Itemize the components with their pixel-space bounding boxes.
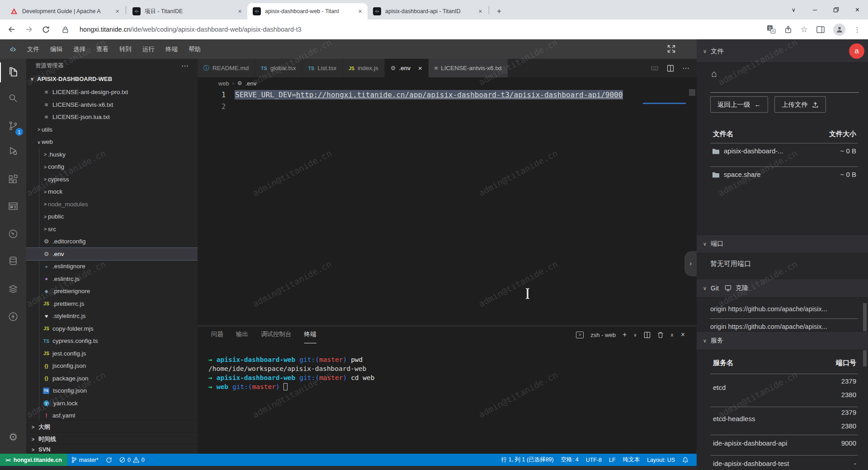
encoding[interactable]: UTF-8 xyxy=(582,454,605,466)
bookmark-star-icon[interactable]: ☆ xyxy=(801,24,808,34)
sync-button[interactable] xyxy=(102,454,116,466)
browser-tab-titanide-project[interactable]: ‹t› 项目 - TitanIDE × xyxy=(127,3,247,19)
menu-goto[interactable]: 转到 xyxy=(114,43,137,56)
tab-debug-console[interactable]: 调试控制台 xyxy=(261,326,292,343)
tree-folder[interactable]: >utils xyxy=(26,123,198,136)
tree-folder[interactable]: >node_modules xyxy=(26,198,198,211)
close-icon[interactable]: × xyxy=(476,8,484,15)
tree-item[interactable]: ◆.prettierignore xyxy=(26,285,198,298)
back-icon[interactable] xyxy=(7,25,16,34)
resource-monitor-icon[interactable] xyxy=(0,224,26,244)
ports-section-header[interactable]: ∨ 端口 xyxy=(697,234,868,253)
tab-problems[interactable]: 问题 xyxy=(211,326,223,343)
settings-gear-icon[interactable]: ⚙ xyxy=(0,427,26,447)
tree-folder[interactable]: >mock xyxy=(26,185,198,198)
explorer-more-icon[interactable]: ⋯ xyxy=(181,62,189,70)
new-terminal-icon[interactable]: + xyxy=(623,331,627,339)
reload-icon[interactable] xyxy=(42,25,50,34)
window-menu-chevron-icon[interactable]: ∨ xyxy=(783,0,804,19)
timeline-section[interactable]: >时间线 xyxy=(26,433,198,445)
branch-indicator[interactable]: master* xyxy=(67,454,102,466)
tree-item[interactable]: ♥.stylelintrc.js xyxy=(26,310,198,323)
maximize-panel-icon[interactable]: ∧ xyxy=(670,332,674,338)
close-panel-icon[interactable]: × xyxy=(681,331,685,339)
keyboard-icon[interactable] xyxy=(651,65,659,72)
tree-item[interactable]: {}package.json xyxy=(26,372,198,385)
browser-tab-dashboard-api[interactable]: ‹t› apisix-dashboard-api - TitanID × xyxy=(368,3,488,19)
tree-item[interactable]: TStsconfig.json xyxy=(26,385,198,397)
database-icon[interactable] xyxy=(0,251,26,271)
translate-icon[interactable]: 文A xyxy=(767,25,776,34)
terminal-dropdown-icon[interactable]: ∨ xyxy=(633,332,637,337)
notifications-bell-icon[interactable] xyxy=(679,454,692,466)
menu-help[interactable]: 帮助 xyxy=(183,43,206,56)
eol[interactable]: LF xyxy=(605,454,619,466)
scrollbar-block[interactable] xyxy=(689,89,695,96)
upload-file-button[interactable]: 上传文件 xyxy=(774,96,826,113)
tree-item[interactable]: JScopy-folder.mjs xyxy=(26,323,198,335)
language-mode[interactable]: 纯文本 xyxy=(619,454,644,466)
problems-indicator[interactable]: 0 0 xyxy=(116,454,148,466)
tree-folder[interactable]: >src xyxy=(26,223,198,236)
code-line-1[interactable]: SERVE_URL_DEV=http://hongxi.titanide.cn/… xyxy=(235,89,623,101)
profile-avatar[interactable] xyxy=(833,24,845,36)
tree-item[interactable]: ≡LICENSE-ant-design-pro.txt xyxy=(26,86,198,99)
new-tab-button[interactable]: + xyxy=(493,5,505,18)
tree-folder[interactable]: >cypress xyxy=(26,173,198,186)
tree-item[interactable]: ⚙.editorconfig xyxy=(26,235,198,248)
browser-tab-dashboard-web[interactable]: ‹t› apisix-dashboard-web - TitanI × xyxy=(247,3,368,19)
side-panel-icon[interactable] xyxy=(816,25,825,34)
tree-item[interactable]: TScypress.config.ts xyxy=(26,335,198,347)
git-section-header[interactable]: ∨ Git 克隆 xyxy=(697,279,868,298)
menu-edit[interactable]: 编辑 xyxy=(45,43,68,56)
indentation[interactable]: 空格: 4 xyxy=(557,454,582,466)
user-avatar-badge[interactable]: a xyxy=(849,43,864,59)
close-icon[interactable]: × xyxy=(418,64,422,72)
lightning-icon[interactable] xyxy=(0,307,26,327)
tree-item[interactable]: JSjest.config.js xyxy=(26,347,198,360)
window-close-icon[interactable]: × xyxy=(847,0,868,19)
services-section-header[interactable]: ∨ 服务 xyxy=(697,331,868,350)
menu-view[interactable]: 查看 xyxy=(91,43,114,56)
browser-tab-apisix-docs[interactable]: Development Guide | Apache A × xyxy=(5,3,125,19)
source-control-icon[interactable]: 1 xyxy=(0,116,26,136)
more-actions-icon[interactable]: ⋯ xyxy=(682,64,689,72)
app-preview-icon[interactable] xyxy=(0,196,26,216)
tree-item-selected[interactable]: ⚙.env xyxy=(26,248,198,261)
close-icon[interactable]: × xyxy=(236,8,244,15)
breadcrumb[interactable]: web › ⚙ .env xyxy=(198,77,697,89)
tab-terminal[interactable]: 终端 xyxy=(304,326,316,343)
split-editor-icon[interactable] xyxy=(667,65,674,72)
extensions-icon[interactable] xyxy=(0,170,26,190)
tree-item[interactable]: JS.prettierrc.js xyxy=(26,298,198,310)
explorer-icon[interactable] xyxy=(0,62,26,82)
menu-file[interactable]: 文件 xyxy=(22,43,45,56)
share-icon[interactable] xyxy=(784,25,793,34)
tree-folder-expanded[interactable]: ∨web xyxy=(26,136,198,148)
panel-expand-handle[interactable]: › xyxy=(684,251,697,276)
split-terminal-icon[interactable] xyxy=(644,332,651,338)
terminal-output[interactable]: →apisix-dashboard-webgit:(master)pwd /ho… xyxy=(198,343,697,391)
outline-section[interactable]: >大纲 xyxy=(26,421,198,433)
tab-env-active[interactable]: ⚙.env× xyxy=(385,59,429,77)
tab-license[interactable]: ≡LICENSE-antvis-x6.txt xyxy=(429,59,508,77)
tab-readme[interactable]: ⓘREADME.md xyxy=(198,59,255,77)
tree-item[interactable]: !asf.yaml xyxy=(26,409,198,422)
redis-stack-icon[interactable] xyxy=(0,280,26,299)
window-minimize-icon[interactable]: ─ xyxy=(804,0,826,19)
code-editor[interactable]: 1 2 SERVE_URL_DEV=http://hongxi.titanide… xyxy=(198,89,697,326)
tab-list-tsx[interactable]: TSList.tsx xyxy=(302,59,343,77)
tree-item[interactable]: {}jsconfig.json xyxy=(26,360,198,372)
fullscreen-icon[interactable] xyxy=(666,44,677,55)
breadcrumb-file[interactable]: .env xyxy=(245,80,257,87)
address-bar[interactable]: hongxi.titanide.cn/ide/web/coding/apisix… xyxy=(80,26,302,33)
project-root-row[interactable]: ∨ APISIX-DASHBOARD-WEB xyxy=(26,72,198,85)
browser-menu-icon[interactable]: ⋮ xyxy=(854,25,861,34)
close-icon[interactable]: × xyxy=(356,8,364,15)
tree-item[interactable]: ●.eslintignore xyxy=(26,260,198,273)
tab-output[interactable]: 输出 xyxy=(236,326,248,343)
window-restore-icon[interactable] xyxy=(826,0,847,19)
keyboard-layout[interactable]: Layout: US xyxy=(643,454,679,466)
menu-selection[interactable]: 选择 xyxy=(68,43,91,56)
terminal-instance-label[interactable]: zsh - web xyxy=(590,332,616,338)
